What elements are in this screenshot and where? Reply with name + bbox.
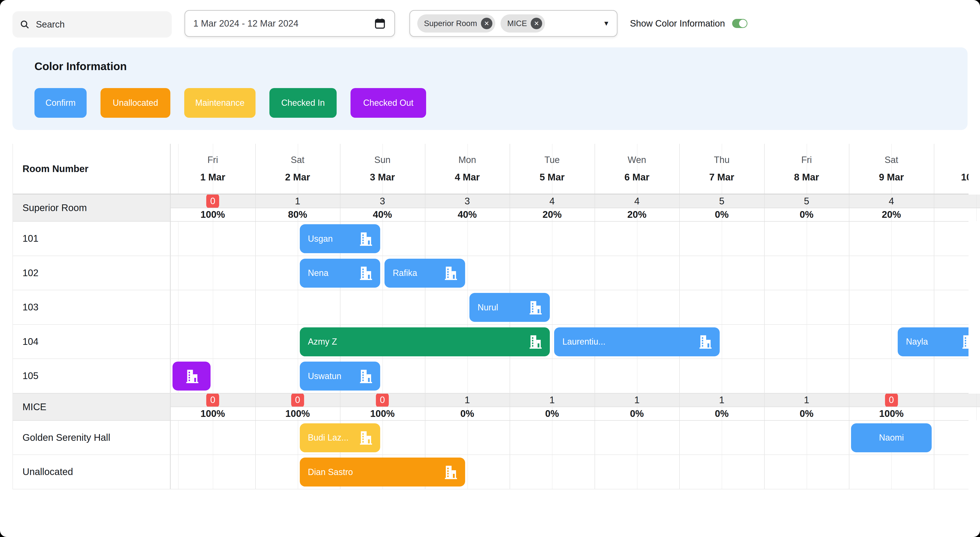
booking-bar[interactable]: Rafika — [385, 259, 465, 288]
date-range-value: 1 Mar 2024 - 12 Mar 2024 — [193, 18, 298, 29]
count-cell: 0 — [170, 194, 255, 208]
day-date-label: 8 Mar — [794, 172, 819, 183]
occupancy-cell: 0% — [764, 208, 849, 221]
group-subrows: 000111110100%100%100%0%0%0%0%0%100% — [170, 394, 980, 420]
zero-availability-badge: 0 — [206, 394, 219, 407]
count-cell: 4 — [510, 194, 595, 208]
booking-bar[interactable] — [172, 362, 210, 390]
zero-availability-badge: 0 — [291, 394, 304, 407]
legend-button-checked_out[interactable]: Checked Out — [350, 88, 426, 118]
booking-bar[interactable]: Uswatun — [300, 362, 380, 390]
group-label: Superior Room — [13, 194, 170, 221]
day-headers: Fri1 MarSat2 MarSun3 MarMon4 MarTue5 Mar… — [170, 144, 969, 194]
building-icon — [184, 368, 199, 384]
booking-bar[interactable]: Naomi — [851, 423, 932, 452]
building-icon — [358, 368, 373, 384]
occupancy-percent: 40% — [373, 209, 392, 220]
booking-bar[interactable]: Azmy Z — [300, 327, 550, 356]
color-information-panel: Color Information ConfirmUnallocatedMain… — [13, 47, 967, 130]
chip-remove-icon[interactable]: ✕ — [531, 18, 542, 29]
count-cells: 013344554 — [170, 194, 980, 208]
availability-count: 4 — [549, 196, 555, 207]
count-cell: 1 — [255, 194, 340, 208]
day-header-cell: Wen6 Mar — [595, 144, 679, 194]
day-date-label: 2 Mar — [285, 172, 310, 183]
booking-bar[interactable]: Dian Sastro — [300, 457, 465, 486]
group-summary-row: MICE000111110100%100%100%0%0%0%0%0%100% — [13, 394, 969, 421]
booking-guest-name: Naomi — [879, 433, 904, 443]
filter-chip[interactable]: MICE✕ — [501, 14, 545, 33]
grid-header-row: Room Number Fri1 MarSat2 MarSun3 MarMon4… — [13, 144, 969, 194]
booking-bar[interactable]: Usgan — [300, 224, 380, 253]
room-label: 104 — [13, 325, 170, 359]
day-header-cell: Sat9 Mar — [849, 144, 934, 194]
booking-bar[interactable]: Nayla — [898, 327, 969, 356]
building-icon — [527, 334, 542, 349]
show-color-toggle[interactable] — [732, 19, 748, 28]
day-date-label: 7 Mar — [709, 172, 734, 183]
availability-count: 1 — [804, 395, 809, 405]
group-summary-row: Superior Room013344554100%80%40%40%20%20… — [13, 194, 969, 221]
legend-button-unallocated[interactable]: Unallocated — [100, 88, 170, 118]
day-date-label: 6 Mar — [624, 172, 649, 183]
zero-availability-badge: 0 — [206, 194, 219, 208]
count-cell: 3 — [425, 194, 510, 208]
count-cell: 0 — [255, 394, 340, 407]
room-timeline: Budi Laz...Naomi — [170, 421, 969, 455]
occupancy-cell: 20% — [849, 208, 934, 221]
booking-guest-name: Azmy Z — [308, 337, 523, 347]
building-icon — [358, 430, 373, 445]
chevron-down-icon[interactable]: ▼ — [603, 20, 609, 27]
occupancy-cell: 20% — [510, 208, 595, 221]
building-icon — [527, 300, 542, 315]
day-of-week-label: Tue — [544, 155, 560, 165]
booking-guest-name: Rafika — [393, 268, 438, 278]
occupancy-cell: 0% — [510, 407, 595, 420]
building-icon — [358, 265, 373, 281]
occupancy-percent: 100% — [200, 408, 225, 419]
top-toolbar: 1 Mar 2024 - 12 Mar 2024 Superior Room✕M… — [0, 0, 980, 50]
occupancy-percent: 20% — [542, 209, 562, 220]
room-label: 102 — [13, 256, 170, 290]
booking-bar[interactable]: Nurul — [469, 293, 550, 322]
occupancy-cell: 0% — [764, 407, 849, 420]
count-cell: 5 — [764, 194, 849, 208]
legend-button-confirm[interactable]: Confirm — [35, 88, 87, 118]
zero-availability-badge: 0 — [376, 394, 389, 407]
booking-bar[interactable]: Nena — [300, 259, 380, 288]
count-cell — [934, 394, 980, 407]
day-header-cell: Mon4 Mar — [425, 144, 510, 194]
occupancy-cell: 0% — [595, 407, 679, 420]
search-box[interactable] — [13, 11, 172, 38]
legend-button-maintenance[interactable]: Maintenance — [184, 88, 256, 118]
count-cell — [934, 194, 980, 208]
booking-bar[interactable]: Laurentiu... — [554, 327, 719, 356]
day-of-week-label: Sat — [885, 155, 898, 165]
day-of-week-label: Fri — [207, 155, 218, 165]
legend-button-checked_in[interactable]: Checked In — [269, 88, 337, 118]
occupancy-percent: 0% — [800, 209, 813, 220]
room-timeline: NenaRafika — [170, 256, 969, 290]
chip-remove-icon[interactable]: ✕ — [481, 18, 492, 29]
booking-bar[interactable]: Budi Laz... — [300, 423, 380, 452]
occupancy-percent: 20% — [627, 209, 646, 220]
toggle-knob — [739, 20, 747, 27]
room-timeline: Usgan — [170, 221, 969, 256]
room-type-multiselect[interactable]: Superior Room✕MICE✕ ▼ — [409, 10, 617, 37]
occupancy-cell: 100% — [849, 407, 934, 420]
room-label: 105 — [13, 359, 170, 393]
availability-grid: Room Number Fri1 MarSat2 MarSun3 MarMon4… — [13, 144, 969, 489]
booking-guest-name: Nayla — [906, 337, 955, 347]
occupancy-percent: 20% — [882, 209, 901, 220]
search-input[interactable] — [35, 19, 165, 30]
room-label: Golden Serenity Hall — [13, 421, 170, 455]
day-of-week-label: Sun — [968, 155, 969, 165]
day-header-cell: Sun3 Mar — [340, 144, 425, 194]
room-row: 102NenaRafika — [13, 256, 969, 290]
count-cell: 1 — [595, 394, 679, 407]
occupancy-percent: 80% — [288, 209, 307, 220]
date-range-picker[interactable]: 1 Mar 2024 - 12 Mar 2024 — [185, 10, 395, 37]
building-icon — [442, 464, 458, 480]
search-icon — [20, 19, 30, 29]
filter-chip[interactable]: Superior Room✕ — [417, 14, 495, 33]
